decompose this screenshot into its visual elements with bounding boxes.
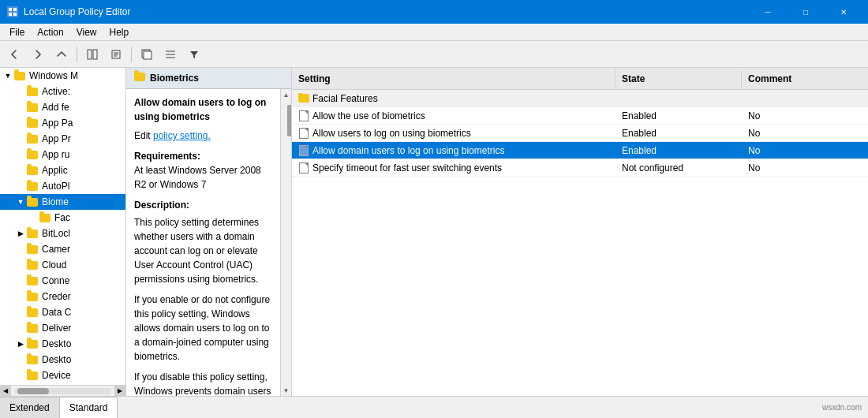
folder-icon — [27, 323, 39, 334]
row-allow-use[interactable]: Allow the use of biometrics Enabled No — [292, 107, 868, 125]
minimize-button[interactable]: ─ — [750, 0, 786, 24]
toggle-icon — [14, 243, 27, 256]
folder-icon — [27, 102, 39, 113]
svg-rect-2 — [13, 8, 17, 11]
desc-policy-title: Allow domain users to log on using biome… — [134, 95, 272, 124]
toggle-icon — [14, 353, 27, 366]
tree-item-deskto1[interactable]: ▶ Deskto — [0, 336, 125, 352]
svg-rect-1 — [9, 8, 12, 11]
tree-item-cloud[interactable]: Cloud — [0, 257, 125, 273]
tree-item-bitlocl[interactable]: ▶ BitLocl — [0, 226, 125, 241]
menu-view[interactable]: View — [70, 25, 103, 39]
description-text: This policy setting determines whether u… — [134, 215, 272, 286]
tree-item-addfe[interactable]: Add fe — [0, 99, 125, 115]
desc-scroll-thumb[interactable] — [287, 105, 292, 136]
tree-item-device1[interactable]: Device — [0, 368, 125, 383]
tree-item-biome[interactable]: ▼ Biome — [0, 194, 125, 210]
tab-standard[interactable]: Standard — [60, 397, 118, 418]
toggle-icon — [14, 322, 27, 334]
folder-icon — [27, 307, 39, 318]
folder-icon — [27, 165, 39, 176]
up-button[interactable] — [51, 44, 73, 65]
tree-item-conne[interactable]: Conne — [0, 273, 125, 289]
tree-item-autopl[interactable]: AutoPl — [0, 178, 125, 194]
folder-icon — [39, 212, 52, 223]
close-button[interactable]: ✕ — [825, 0, 862, 24]
edit-prefix: Edit — [134, 130, 153, 141]
menu-action[interactable]: Action — [31, 25, 69, 39]
tree-item-camer[interactable]: Camer — [0, 241, 125, 257]
tree-item-label: Camer — [42, 244, 70, 255]
scrollbar-thumb[interactable] — [17, 388, 49, 394]
policy-setting-link[interactable]: policy setting. — [153, 130, 211, 141]
title-bar: Local Group Policy Editor ─ □ ✕ — [0, 0, 868, 24]
folder-icon — [27, 259, 39, 271]
col-header-state[interactable]: State — [615, 70, 742, 88]
tree-item-apppa[interactable]: App Pa — [0, 115, 125, 131]
tree-item-datac[interactable]: Data C — [0, 304, 125, 320]
tree-item-windows[interactable]: ▼ Windows M — [0, 68, 125, 84]
tree-item-apppr[interactable]: App Pr — [0, 131, 125, 147]
row-setting-label: Allow domain users to log on using biome… — [312, 145, 504, 156]
scrollbar-track — [14, 388, 111, 394]
column-headers: Setting State Comment — [292, 68, 868, 90]
tree-item-deliver[interactable]: Deliver — [0, 320, 125, 336]
title-bar-left: Local Group Policy Editor — [6, 6, 130, 18]
maximize-button[interactable]: □ — [788, 0, 824, 24]
forward-button[interactable] — [27, 44, 49, 65]
show-hide-button[interactable] — [81, 44, 103, 65]
toggle-icon — [14, 85, 27, 98]
row-allow-logon[interactable]: Allow users to log on using biometrics E… — [292, 125, 868, 142]
folder-icon — [14, 70, 27, 81]
new-window-button[interactable] — [136, 44, 158, 65]
cell-state: Enabled — [615, 145, 742, 156]
requirements-label: Requirements: — [134, 151, 200, 162]
toggle-icon — [14, 369, 27, 382]
tree-item-label: Deliver — [42, 323, 71, 334]
desc-row: Allow domain users to log on using biome… — [126, 89, 291, 396]
row-allow-domain[interactable]: Allow domain users to log on using biome… — [292, 142, 868, 159]
svg-rect-12 — [144, 51, 152, 59]
scroll-left-btn[interactable]: ◀ — [0, 386, 11, 397]
scroll-right-btn[interactable]: ▶ — [114, 386, 125, 397]
menu-file[interactable]: File — [3, 25, 31, 39]
desc-edit-link: Edit policy setting. — [134, 129, 272, 143]
desc-scroll-up[interactable]: ▲ — [281, 89, 292, 100]
col-header-comment[interactable]: Comment — [742, 70, 868, 88]
tree-item-applic[interactable]: Applic — [0, 162, 125, 178]
requirements-text: At least Windows Server 2008 R2 or Windo… — [134, 165, 261, 190]
toggle-icon — [14, 290, 27, 303]
folder-icon — [27, 133, 39, 144]
toggle-icon — [14, 117, 27, 129]
desc-scroll-down[interactable]: ▼ — [281, 385, 292, 396]
filter-button[interactable] — [183, 44, 205, 65]
tree-item-appru[interactable]: App ru — [0, 147, 125, 162]
tree-item-creder[interactable]: Creder — [0, 289, 125, 304]
properties-button[interactable] — [105, 44, 127, 65]
svg-rect-3 — [9, 13, 12, 16]
tab-extended[interactable]: Extended — [0, 397, 60, 418]
toggle-icon: ▶ — [14, 338, 27, 350]
horizontal-scrollbar[interactable]: ◀ ▶ — [0, 385, 125, 396]
main-layout: ▼ Windows M Active: Add fe App Pa — [0, 68, 868, 396]
toggle-icon — [14, 259, 27, 271]
tree-item-fac[interactable]: Fac — [0, 210, 125, 226]
row-facial-features[interactable]: Facial Features — [292, 90, 868, 107]
desc-description: Description: This policy setting determi… — [134, 198, 272, 396]
folder-icon — [27, 196, 39, 207]
desc-scrollbar: ▲ ▼ — [280, 89, 291, 396]
toggle-icon: ▶ — [14, 227, 27, 240]
description-label: Description: — [134, 198, 272, 212]
toggle-icon — [14, 274, 27, 287]
back-button[interactable] — [3, 44, 25, 65]
toggle-icon — [14, 132, 27, 145]
menu-help[interactable]: Help — [103, 25, 136, 39]
tree-item-deskto2[interactable]: Deskto — [0, 352, 125, 368]
tree-item-active[interactable]: Active: — [0, 84, 125, 99]
window-title: Local Group Policy Editor — [24, 6, 130, 17]
policy-icon — [298, 145, 309, 156]
watermark: wsxdn.com — [822, 403, 862, 412]
col-header-setting[interactable]: Setting — [292, 70, 615, 88]
row-timeout[interactable]: Specify timeout for fast user switching … — [292, 159, 868, 177]
list-view-button[interactable] — [159, 44, 181, 65]
